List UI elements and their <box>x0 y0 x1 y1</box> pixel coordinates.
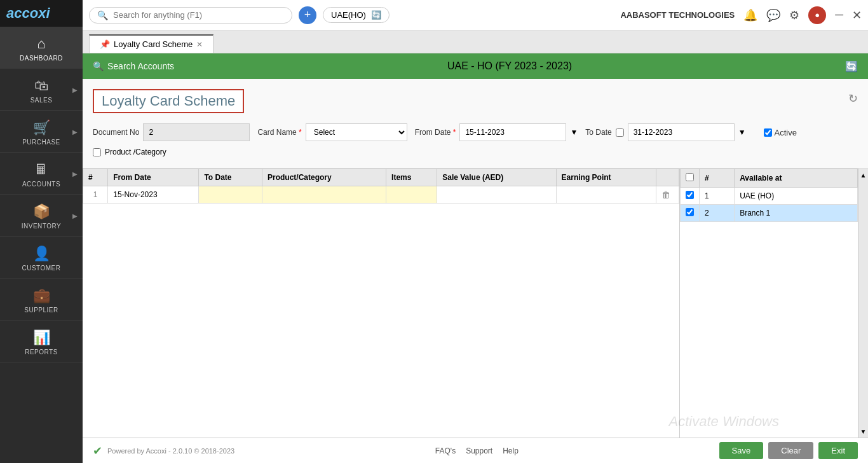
green-bar: 🔍 Search Accounts UAE - HO (FY 2023 - 20… <box>83 53 868 79</box>
from-date-dropdown-icon[interactable]: ▼ <box>570 128 578 137</box>
right-row1-location: UAE (HO) <box>735 188 858 205</box>
accounts-icon: 🖩 <box>34 162 48 178</box>
search-input[interactable] <box>113 10 278 20</box>
active-checkbox[interactable] <box>764 128 772 137</box>
reports-icon: 📊 <box>33 329 50 346</box>
company-selector[interactable]: UAE(HO) 🔄 <box>323 7 390 23</box>
search-accounts-button[interactable]: 🔍 Search Accounts <box>93 61 174 71</box>
footer-buttons: Save Clear Exit <box>719 442 858 459</box>
sales-arrow-icon: ▶ <box>72 86 78 93</box>
sidebar-label-customer: CUSTOMER <box>22 265 60 272</box>
sidebar-label-sales: SALES <box>31 97 53 104</box>
col-from-date: From Date <box>108 169 199 186</box>
company-period-label: UAE - HO (FY 2023 - 2023) <box>447 60 572 72</box>
footer-powered-by: Powered by Accoxi - 2.0.10 © 2018-2023 <box>107 447 234 455</box>
search-icon: 🔍 <box>97 10 108 20</box>
row-earning-point <box>556 186 656 204</box>
search-box[interactable]: 🔍 <box>89 7 292 24</box>
add-button[interactable]: + <box>299 6 316 24</box>
row-product-category[interactable] <box>262 186 386 204</box>
customer-icon: 👤 <box>33 245 50 262</box>
support-link[interactable]: Support <box>466 446 492 455</box>
product-category-checkbox[interactable] <box>93 148 101 156</box>
sidebar-item-reports[interactable]: 📊 REPORTS <box>0 321 83 363</box>
row-items[interactable] <box>386 186 437 204</box>
clear-button[interactable]: Clear <box>768 442 813 459</box>
card-name-select[interactable]: Select <box>306 123 407 141</box>
table-row: 1 15-Nov-2023 🗑 <box>83 186 679 204</box>
sidebar-label-accounts: ACCOUNTS <box>22 181 60 188</box>
delete-row-button[interactable]: 🗑 <box>661 190 670 200</box>
row-to-date[interactable] <box>199 186 262 204</box>
sidebar-item-dashboard[interactable]: ⌂ DASHBOARD <box>0 27 83 69</box>
header-refresh-icon[interactable]: 🔄 <box>845 60 858 73</box>
bell-icon[interactable]: 🔔 <box>743 8 757 22</box>
to-date-label: To Date <box>585 128 611 137</box>
scrollbar: ▲ ▼ <box>858 169 868 438</box>
page-title: Loyalty Card Scheme <box>93 89 244 113</box>
tabbar: 📌 Loyalty Card Scheme ✕ <box>83 31 868 53</box>
footer: ✔ Powered by Accoxi - 2.0.10 © 2018-2023… <box>83 438 868 463</box>
right-row1-checkbox[interactable] <box>686 191 694 199</box>
left-table: # From Date To Date Product/Category Ite… <box>83 169 679 204</box>
avatar[interactable]: ● <box>808 6 826 24</box>
product-category-field: Product /Category <box>93 148 166 156</box>
scrollbar-down-btn[interactable]: ▼ <box>858 425 868 438</box>
help-link[interactable]: Help <box>503 446 519 455</box>
to-date-checkbox[interactable] <box>616 128 624 137</box>
doc-no-field: Document No <box>93 123 250 141</box>
right-row2-num: 2 <box>700 205 735 222</box>
sidebar-item-sales[interactable]: 🛍 SALES ▶ <box>0 69 83 111</box>
to-date-dropdown-icon[interactable]: ▼ <box>738 128 746 137</box>
refresh-icon: 🔄 <box>371 10 381 20</box>
chat-icon[interactable]: 💬 <box>766 8 780 22</box>
col-sale-value: Sale Value (AED) <box>437 169 556 186</box>
sales-icon: 🛍 <box>34 78 48 94</box>
scrollbar-up-btn[interactable]: ▲ <box>858 169 868 181</box>
close-window-icon[interactable]: ✕ <box>852 8 862 22</box>
left-table-header: # From Date To Date Product/Category Ite… <box>83 169 679 186</box>
form-row-1: Document No Card Name * Select From Date… <box>93 123 858 141</box>
sidebar-item-supplier[interactable]: 💼 SUPPLIER <box>0 279 83 321</box>
content-area: 🔍 Search Accounts UAE - HO (FY 2023 - 20… <box>83 53 868 438</box>
product-category-label: Product /Category <box>105 148 166 156</box>
right-col-available: Available at <box>735 169 858 188</box>
exit-button[interactable]: Exit <box>818 442 858 459</box>
sidebar-item-accounts[interactable]: 🖩 ACCOUNTS ▶ <box>0 153 83 195</box>
active-field: Active <box>764 128 797 137</box>
footer-logo-icon: ✔ <box>93 444 102 458</box>
footer-links: FAQ's Support Help <box>435 446 519 455</box>
sidebar-item-inventory[interactable]: 📦 INVENTORY ▶ <box>0 195 83 237</box>
doc-no-input[interactable] <box>143 123 250 141</box>
sidebar: accoxi ⌂ DASHBOARD 🛍 SALES ▶ 🛒 PURCHASE … <box>0 0 83 463</box>
form-row-2: Product /Category <box>93 148 858 156</box>
right-row1-num: 1 <box>700 188 735 205</box>
save-button[interactable]: Save <box>719 442 764 459</box>
form-refresh-icon[interactable]: ↻ <box>848 92 858 106</box>
right-table-row-2: 2 Branch 1 <box>681 205 858 222</box>
company-selector-text: UAE(HO) <box>331 10 366 20</box>
faq-link[interactable]: FAQ's <box>435 446 456 455</box>
sidebar-item-purchase[interactable]: 🛒 PURCHASE ▶ <box>0 111 83 153</box>
minimize-icon[interactable]: ─ <box>835 8 843 22</box>
from-date-field: From Date * ▼ <box>415 123 578 141</box>
right-table: # Available at 1 UAE (HO) <box>680 169 858 222</box>
right-table-area: # Available at 1 UAE (HO) <box>680 169 858 438</box>
tab-close-icon[interactable]: ✕ <box>196 40 203 49</box>
to-date-input[interactable] <box>628 123 735 141</box>
supplier-icon: 💼 <box>33 287 50 304</box>
company-name: AABASOFT TECHNOLOGIES <box>620 10 735 20</box>
tab-loyalty-card[interactable]: 📌 Loyalty Card Scheme ✕ <box>89 34 214 53</box>
tab-pin-icon: 📌 <box>100 39 110 49</box>
sidebar-item-customer[interactable]: 👤 CUSTOMER <box>0 237 83 279</box>
right-row2-check-cell <box>681 205 700 222</box>
gear-icon[interactable]: ⚙ <box>789 8 799 22</box>
right-table-select-all[interactable] <box>686 173 694 181</box>
from-date-input[interactable] <box>459 123 566 141</box>
right-row2-checkbox[interactable] <box>686 208 694 216</box>
col-action <box>656 169 679 186</box>
sidebar-label-reports: REPORTS <box>25 349 58 356</box>
active-label: Active <box>775 128 797 137</box>
row-sale-value <box>437 186 556 204</box>
right-col-num: # <box>700 169 735 188</box>
